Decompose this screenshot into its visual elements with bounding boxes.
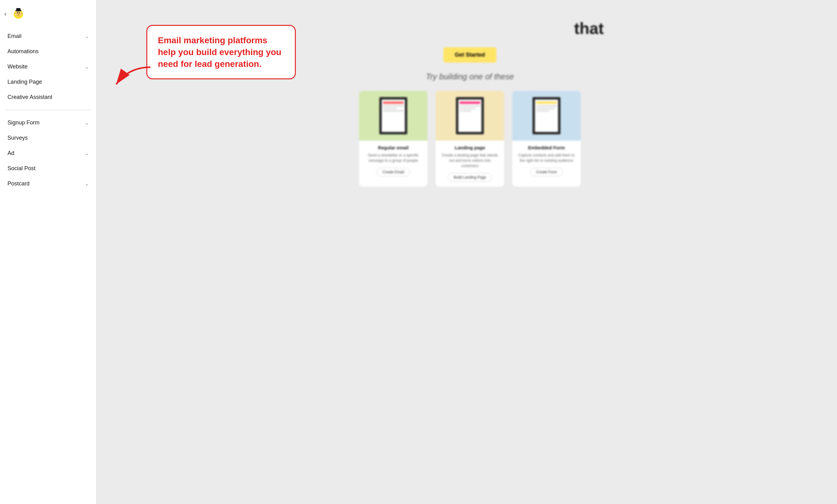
arrow-svg (110, 64, 154, 89)
card-image-landing-page (435, 91, 504, 141)
sidebar-item-ad-label: Ad (7, 150, 14, 156)
svg-point-10 (21, 13, 22, 14)
card-desc-embedded-form: Capture contacts and add them to the rig… (517, 153, 576, 163)
card-btn-landing-page[interactable]: Build Landing Page (448, 173, 492, 182)
card-title-embedded-form: Embedded Form (517, 145, 576, 150)
card-title-landing-page: Landing page (441, 145, 499, 150)
callout-wrapper: Email marketing platforms help you build… (146, 25, 296, 79)
card-title-regular-email: Regular email (364, 145, 423, 150)
svg-point-4 (17, 12, 18, 13)
sidebar-nav-bottom: Signup Form ⌄ Surveys Ad ⌄ Social Post P… (0, 113, 96, 193)
try-section-label: Try building one of these (336, 72, 604, 81)
main-content: that Get Started Try building one of the… (96, 0, 837, 504)
card-desc-regular-email: Send a newsletter or a specific message … (364, 153, 423, 163)
svg-point-9 (14, 13, 16, 14)
chevron-down-icon: ⌄ (85, 34, 89, 39)
sidebar-item-postcard[interactable]: Postcard ⌄ (0, 176, 96, 191)
svg-point-3 (17, 14, 20, 17)
sidebar-item-website-label: Website (7, 63, 28, 70)
sidebar-item-social-post[interactable]: Social Post (0, 161, 96, 176)
chevron-down-icon: ⌄ (85, 64, 89, 69)
sidebar-item-automations-label: Automations (7, 48, 39, 55)
svg-rect-12 (16, 8, 20, 11)
back-button[interactable]: ‹ (4, 10, 6, 17)
card-mock-landing-page (456, 97, 484, 134)
headline-text: that (574, 19, 604, 37)
sidebar-item-surveys[interactable]: Surveys (0, 130, 96, 146)
chevron-down-icon: ⌄ (85, 181, 89, 186)
callout-box: Email marketing platforms help you build… (146, 25, 296, 79)
mailchimp-logo (11, 6, 26, 21)
sidebar-item-landing-page-label: Landing Page (7, 79, 42, 85)
chevron-down-icon: ⌄ (85, 120, 89, 125)
card-btn-regular-email[interactable]: Create Email (376, 168, 410, 176)
sidebar-item-surveys-label: Surveys (7, 135, 28, 141)
sidebar-item-social-post-label: Social Post (7, 165, 35, 172)
card-regular-email: Regular email Send a newsletter or a spe… (359, 91, 428, 186)
sidebar-item-email-label: Email (7, 33, 21, 39)
card-desc-landing-page: Create a landing page that stands out an… (441, 153, 499, 168)
card-mock-regular-email (379, 97, 407, 134)
get-started-button[interactable]: Get Started (443, 47, 496, 62)
sidebar-item-automations[interactable]: Automations (0, 44, 96, 59)
sidebar-item-website[interactable]: Website ⌄ (0, 59, 96, 74)
callout-arrow (110, 64, 154, 90)
sidebar-header: ‹ (0, 0, 96, 27)
content-area: that Get Started Try building one of the… (336, 19, 604, 187)
chevron-down-icon: ⌄ (85, 151, 89, 156)
card-image-embedded-form (512, 91, 581, 141)
sidebar-item-ad[interactable]: Ad ⌄ (0, 146, 96, 161)
card-landing-page: Landing page Create a landing page that … (435, 91, 504, 186)
sidebar-item-signup-form-label: Signup Form (7, 119, 39, 126)
card-image-regular-email (359, 91, 428, 141)
card-body-embedded-form: Embedded Form Capture contacts and add t… (512, 141, 581, 181)
svg-point-5 (19, 12, 20, 13)
svg-point-6 (18, 13, 19, 14)
card-btn-embedded-form[interactable]: Create Form (530, 168, 563, 176)
card-body-regular-email: Regular email Send a newsletter or a spe… (359, 141, 428, 181)
cards-row: Regular email Send a newsletter or a spe… (336, 91, 604, 186)
sidebar-item-email[interactable]: Email ⌄ (0, 29, 96, 44)
sidebar-item-postcard-label: Postcard (7, 181, 30, 187)
sidebar: ‹ Email ⌄ (0, 0, 96, 504)
callout-text: Email marketing platforms help you build… (158, 35, 284, 70)
card-body-landing-page: Landing page Create a landing page that … (435, 141, 504, 186)
sidebar-item-creative-assistant-label: Creative Assistant (7, 94, 52, 100)
sidebar-item-creative-assistant[interactable]: Creative Assistant (0, 90, 96, 105)
card-mock-embedded-form (533, 97, 560, 134)
sidebar-nav-top: Email ⌄ Automations Website ⌄ Landing Pa… (0, 27, 96, 107)
sidebar-item-signup-form[interactable]: Signup Form ⌄ (0, 115, 96, 130)
sidebar-item-landing-page[interactable]: Landing Page (0, 74, 96, 90)
card-embedded-form: Embedded Form Capture contacts and add t… (512, 91, 581, 186)
